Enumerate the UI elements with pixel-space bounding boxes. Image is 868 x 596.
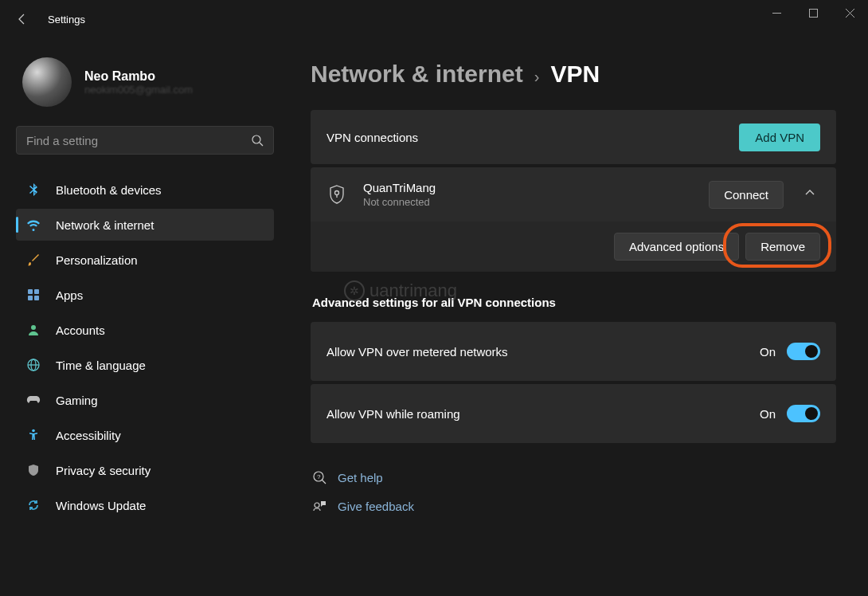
- sidebar-item-person[interactable]: Accounts: [16, 314, 274, 346]
- svg-point-4: [252, 135, 260, 143]
- svg-rect-9: [34, 296, 39, 300]
- maximize-icon: [809, 9, 818, 18]
- vpn-connections-header: VPN connections Add VPN: [311, 110, 836, 164]
- sidebar-item-label: Time & language: [56, 359, 146, 372]
- sidebar-item-label: Bluetooth & devices: [56, 183, 162, 197]
- shield-icon: [326, 182, 347, 206]
- svg-rect-7: [34, 289, 39, 294]
- sidebar-item-label: Accounts: [56, 323, 105, 337]
- toggle-label: Allow VPN while roaming: [326, 407, 760, 421]
- svg-point-15: [335, 191, 339, 195]
- give-feedback-link[interactable]: Give feedback: [311, 494, 836, 518]
- sidebar-item-gamepad[interactable]: Gaming: [16, 384, 274, 416]
- breadcrumb: Network & internet › VPN: [311, 61, 836, 88]
- apps-icon: [25, 287, 41, 303]
- sidebar-item-brush[interactable]: Personalization: [16, 244, 274, 276]
- chevron-up-icon[interactable]: [800, 182, 820, 206]
- vpn-expanded-actions: Advanced options Remove: [311, 222, 836, 272]
- accessibility-icon: [25, 427, 41, 443]
- chevron-right-icon: ›: [534, 68, 540, 86]
- sidebar-item-label: Personalization: [56, 253, 138, 267]
- give-feedback-label: Give feedback: [338, 500, 414, 513]
- sidebar-item-globe[interactable]: Time & language: [16, 349, 274, 381]
- connect-button[interactable]: Connect: [709, 181, 784, 209]
- help-icon: ?: [312, 470, 326, 484]
- app-title: Settings: [48, 14, 85, 25]
- update-icon: [25, 497, 41, 513]
- toggle-state: On: [760, 345, 776, 359]
- toggle-row: Allow VPN while roaming On: [311, 384, 836, 443]
- sidebar-item-label: Apps: [56, 288, 83, 302]
- profile-block[interactable]: Neo Rambo neokim005@gmail.com: [22, 57, 274, 107]
- breadcrumb-current: VPN: [550, 61, 600, 88]
- close-icon: [846, 9, 854, 18]
- sidebar-item-label: Privacy & security: [56, 464, 151, 477]
- minimize-icon: [772, 9, 781, 18]
- sidebar-item-shield[interactable]: Privacy & security: [16, 454, 274, 486]
- sidebar-item-wifi[interactable]: Network & internet: [16, 209, 274, 241]
- sidebar-item-label: Gaming: [56, 394, 98, 407]
- sidebar-item-update[interactable]: Windows Update: [16, 489, 274, 521]
- toggle-label: Allow VPN over metered networks: [326, 345, 760, 359]
- vpn-connection-row[interactable]: QuanTriMang Not connected Connect: [311, 167, 836, 222]
- gamepad-icon: [25, 392, 41, 408]
- vpn-connection-status: Not connected: [363, 196, 709, 208]
- vpn-connection-name: QuanTriMang: [363, 181, 709, 194]
- bluetooth-icon: [25, 182, 41, 198]
- profile-name: Neo Rambo: [84, 69, 193, 84]
- get-help-link[interactable]: ? Get help: [311, 465, 836, 489]
- sidebar-item-label: Windows Update: [56, 499, 146, 512]
- add-vpn-button[interactable]: Add VPN: [739, 124, 820, 151]
- svg-point-10: [31, 325, 36, 330]
- search-input[interactable]: [26, 134, 251, 147]
- get-help-label: Get help: [338, 471, 383, 484]
- advanced-options-button[interactable]: Advanced options: [614, 233, 739, 261]
- remove-button[interactable]: Remove: [745, 233, 820, 261]
- toggle-row: Allow VPN over metered networks On: [311, 322, 836, 381]
- sidebar-item-accessibility[interactable]: Accessibility: [16, 419, 274, 451]
- profile-email: neokim005@gmail.com: [84, 84, 193, 96]
- arrow-left-icon: [16, 13, 29, 25]
- svg-rect-1: [809, 9, 817, 17]
- search-box[interactable]: [16, 126, 274, 155]
- svg-line-5: [260, 143, 263, 146]
- sidebar-item-label: Accessibility: [56, 429, 121, 442]
- brush-icon: [25, 252, 41, 268]
- toggle-state: On: [760, 407, 776, 421]
- svg-rect-6: [28, 289, 33, 294]
- globe-icon: [25, 357, 41, 373]
- sidebar-item-apps[interactable]: Apps: [16, 279, 274, 311]
- search-icon: [251, 134, 264, 147]
- vpn-connections-label: VPN connections: [326, 131, 739, 144]
- svg-rect-8: [28, 296, 33, 300]
- close-button[interactable]: [831, 0, 868, 25]
- toggle-switch[interactable]: [787, 343, 820, 360]
- sidebar-item-bluetooth[interactable]: Bluetooth & devices: [16, 174, 274, 206]
- avatar: [22, 57, 72, 107]
- svg-text:?: ?: [317, 473, 321, 480]
- person-icon: [25, 322, 41, 338]
- minimize-button[interactable]: [758, 0, 795, 25]
- svg-point-19: [315, 503, 319, 508]
- sidebar-item-label: Network & internet: [56, 218, 154, 232]
- advanced-settings-heading: Advanced settings for all VPN connection…: [312, 296, 836, 309]
- toggle-switch[interactable]: [787, 405, 820, 422]
- shield-icon: [25, 462, 41, 478]
- feedback-icon: [312, 499, 326, 513]
- breadcrumb-parent[interactable]: Network & internet: [311, 61, 523, 88]
- back-button[interactable]: [6, 3, 38, 35]
- svg-point-14: [32, 429, 35, 433]
- wifi-icon: [25, 217, 41, 233]
- maximize-button[interactable]: [795, 0, 831, 25]
